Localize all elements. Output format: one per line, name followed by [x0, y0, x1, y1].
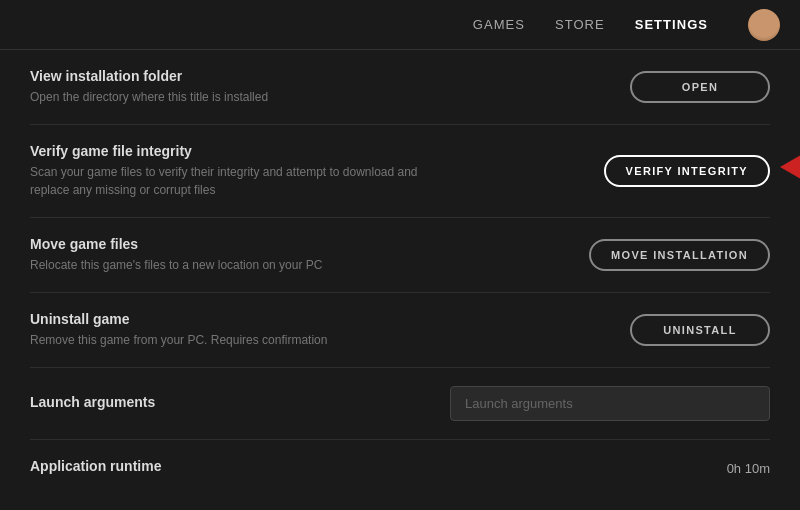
verify-integrity-button[interactable]: VERIFY INTEGRITY: [604, 155, 770, 187]
verify-integrity-info: Verify game file integrity Scan your gam…: [30, 143, 604, 199]
uninstall-button[interactable]: UNINSTALL: [630, 314, 770, 346]
runtime-title: Application runtime: [30, 458, 707, 474]
move-installation-action: MOVE INSTALLATION: [589, 239, 770, 271]
launch-args-action: [450, 386, 770, 421]
uninstall-title: Uninstall game: [30, 311, 610, 327]
uninstall-info: Uninstall game Remove this game from you…: [30, 311, 630, 349]
avatar-image: [748, 9, 780, 41]
move-installation-title: Move game files: [30, 236, 569, 252]
launch-args-input[interactable]: [450, 386, 770, 421]
red-arrow-indicator: [780, 149, 800, 189]
nav-settings[interactable]: SETTINGS: [635, 17, 708, 32]
runtime-action: 0h 10m: [727, 461, 770, 476]
avatar[interactable]: [748, 9, 780, 41]
view-installation-desc: Open the directory where this title is i…: [30, 88, 450, 106]
move-installation-desc: Relocate this game's files to a new loca…: [30, 256, 450, 274]
top-nav: GAMES STORE SETTINGS: [0, 0, 800, 50]
settings-content: View installation folder Open the direct…: [0, 50, 800, 510]
view-installation-row: View installation folder Open the direct…: [30, 50, 770, 125]
uninstall-row: Uninstall game Remove this game from you…: [30, 293, 770, 368]
runtime-info: Application runtime: [30, 458, 727, 478]
nav-store[interactable]: STORE: [555, 17, 605, 32]
verify-integrity-row: Verify game file integrity Scan your gam…: [30, 125, 770, 218]
runtime-value: 0h 10m: [727, 461, 770, 476]
move-installation-button[interactable]: MOVE INSTALLATION: [589, 239, 770, 271]
nav-games[interactable]: GAMES: [473, 17, 525, 32]
verify-integrity-desc: Scan your game files to verify their int…: [30, 163, 450, 199]
uninstall-desc: Remove this game from your PC. Requires …: [30, 331, 450, 349]
open-button[interactable]: OPEN: [630, 71, 770, 103]
uninstall-action: UNINSTALL: [630, 314, 770, 346]
runtime-row: Application runtime 0h 10m: [30, 440, 770, 496]
view-installation-info: View installation folder Open the direct…: [30, 68, 630, 106]
move-installation-info: Move game files Relocate this game's fil…: [30, 236, 589, 274]
nav-items: GAMES STORE SETTINGS: [473, 9, 780, 41]
svg-marker-1: [780, 151, 800, 183]
launch-args-row: Launch arguments: [30, 368, 770, 440]
view-installation-action: OPEN: [630, 71, 770, 103]
verify-integrity-title: Verify game file integrity: [30, 143, 584, 159]
verify-integrity-action: VERIFY INTEGRITY: [604, 155, 770, 187]
move-installation-row: Move game files Relocate this game's fil…: [30, 218, 770, 293]
launch-args-info: Launch arguments: [30, 394, 450, 414]
launch-args-title: Launch arguments: [30, 394, 430, 410]
view-installation-title: View installation folder: [30, 68, 610, 84]
